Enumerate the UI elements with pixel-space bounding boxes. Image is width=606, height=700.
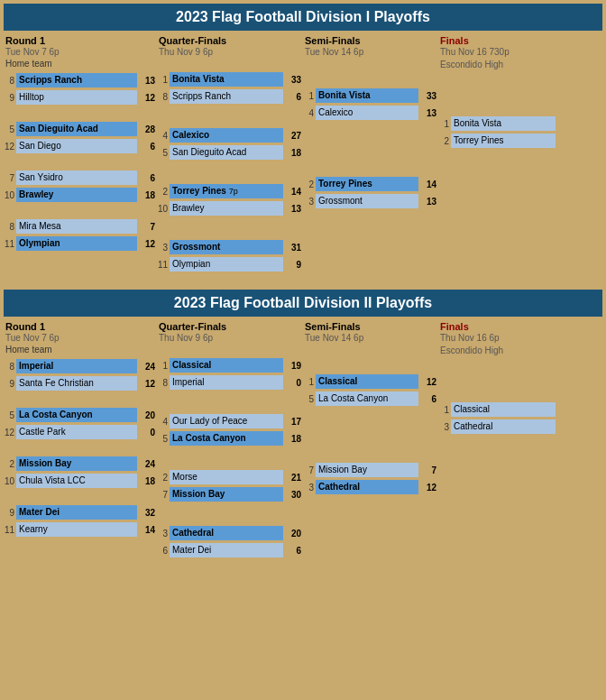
div2-title: 2023 Flag Football Division II Playoffs bbox=[4, 290, 602, 317]
div1-qf-matchup1: 1 Bonita Vista 33 8 Scripps Ranch 6 bbox=[157, 71, 301, 106]
table-row: 10 Chula Vista LCC 18 bbox=[4, 473, 155, 489]
table-row: 12 San Diego 6 bbox=[4, 138, 155, 154]
div2-qf-label: Quarter-Finals bbox=[157, 320, 301, 333]
div1-sf-matchup2: 2 Torrey Pines 14 3 Grossmont 13 bbox=[303, 176, 436, 210]
table-row: 7 Mission Bay 30 bbox=[157, 486, 301, 502]
table-row: 3 Grossmont 13 bbox=[303, 193, 436, 209]
table-row: 2 Torrey Pines 14 bbox=[303, 176, 436, 192]
table-row: 12 Castle Park 0 bbox=[4, 424, 155, 440]
table-row: 10 Brawley 13 bbox=[157, 200, 301, 216]
table-row: 3 Cathedral 20 bbox=[157, 525, 301, 541]
table-row: 4 Calexico 13 bbox=[303, 105, 436, 121]
table-row: 2 Mission Bay 24 bbox=[4, 456, 155, 472]
div1-title: 2023 Flag Football Division I Playoffs bbox=[4, 4, 602, 31]
table-row: 5 San Dieguito Acad 18 bbox=[157, 144, 301, 161]
div2-qf-matchup2: 4 Our Lady of Peace 17 5 La Costa Canyon… bbox=[157, 413, 301, 447]
div2-finals-matchup: 1 Classical 3 Cathedral bbox=[438, 401, 556, 436]
table-row: 10 Brawley 18 bbox=[4, 187, 155, 203]
div1-f-date: Thu Nov 16 730p bbox=[438, 47, 556, 59]
table-row: 11 Olympian 9 bbox=[157, 256, 301, 272]
table-row: 7 Mission Bay 7 bbox=[303, 462, 436, 478]
div1-round1-col: Round 1 Tue Nov 7 6p Home team 8 Scripps… bbox=[4, 34, 155, 258]
table-row: 8 Imperial 0 bbox=[157, 374, 301, 391]
table-row: 1 Classical 19 bbox=[157, 357, 301, 373]
table-row: 9 Mater Dei 32 bbox=[4, 504, 155, 520]
div2-qf-matchup4: 3 Cathedral 20 6 Mater Dei 6 bbox=[157, 525, 301, 559]
table-row: 1 Classical bbox=[438, 401, 556, 418]
div2-f-venue: Escondido High bbox=[438, 345, 556, 356]
table-row: 3 Cathedral bbox=[438, 419, 556, 435]
div1-qf-matchup3: 2 Torrey Pines 7p 14 10 Brawley 13 bbox=[157, 183, 301, 217]
table-row: 1 Bonita Vista 33 bbox=[303, 88, 436, 104]
table-row: 8 Scripps Ranch 6 bbox=[157, 88, 301, 105]
div1-r1-label: Round 1 bbox=[4, 34, 155, 47]
table-row: 1 Bonita Vista bbox=[438, 115, 556, 132]
table-row: 5 San Dieguito Acad 28 bbox=[4, 121, 155, 137]
div1-finals-matchup: 1 Bonita Vista 2 Torrey Pines bbox=[438, 115, 556, 150]
table-row: 2 Morse 21 bbox=[157, 469, 301, 485]
div2-sf-col: Semi-Finals Tue Nov 14 6p 1 Classical 12… bbox=[303, 320, 436, 502]
div1-sf-matchup1: 1 Bonita Vista 33 4 Calexico 13 bbox=[303, 88, 436, 122]
div2-f-label: Finals bbox=[438, 320, 556, 333]
div2-round1-col: Round 1 Tue Nov 7 6p Home team 8 Imperia… bbox=[4, 320, 155, 544]
div2-r1-home: Home team bbox=[4, 345, 155, 358]
div1-qf-date: Thu Nov 9 6p bbox=[157, 47, 301, 59]
div2-r1-matchup1: 8 Imperial 24 9 Santa Fe Christian 12 bbox=[4, 358, 155, 392]
div2-r1-label: Round 1 bbox=[4, 320, 155, 333]
div1-r1-home: Home team bbox=[4, 59, 155, 72]
table-row: 3 Grossmont 31 bbox=[157, 239, 301, 255]
table-row: 11 Kearny 14 bbox=[4, 521, 155, 538]
table-row: 5 La Costa Canyon 18 bbox=[157, 430, 301, 447]
div2-f-date: Thu Nov 16 6p bbox=[438, 333, 556, 345]
table-row: 4 Calexico 27 bbox=[157, 127, 301, 143]
page-container: 2023 Flag Football Division I Playoffs R… bbox=[0, 0, 606, 568]
div1-qf-matchup2: 4 Calexico 27 5 San Dieguito Acad 18 bbox=[157, 127, 301, 161]
table-row: 9 Hilltop 12 bbox=[4, 89, 155, 106]
div1-f-venue: Escondido High bbox=[438, 59, 556, 70]
div2-finals-col: Finals Thu Nov 16 6p Escondido High 1 Cl… bbox=[438, 320, 556, 441]
table-row: 5 La Costa Canyon 20 bbox=[4, 407, 155, 423]
table-row: 8 Imperial 24 bbox=[4, 358, 155, 374]
table-row: 1 Bonita Vista 33 bbox=[157, 71, 301, 88]
table-row: 2 Torrey Pines bbox=[438, 133, 556, 149]
div2-sf-date: Tue Nov 14 6p bbox=[303, 333, 436, 345]
div1-sf-label: Semi-Finals bbox=[303, 34, 436, 47]
div1-sf-col: Semi-Finals Tue Nov 14 6p 1 Bonita Vista… bbox=[303, 34, 436, 216]
div2-qf-col: Quarter-Finals Thu Nov 9 6p 1 Classical … bbox=[157, 320, 301, 565]
div1-r1-matchup4: 8 Mira Mesa 7 11 Olympian 12 bbox=[4, 218, 155, 253]
div2-qf-matchup1: 1 Classical 19 8 Imperial 0 bbox=[157, 357, 301, 391]
table-row: 4 Our Lady of Peace 17 bbox=[157, 413, 301, 429]
div1-r1-matchup1: 8 Scripps Ranch 13 9 Hilltop 12 bbox=[4, 72, 155, 106]
div1-qf-matchup4: 3 Grossmont 31 11 Olympian 9 bbox=[157, 239, 301, 273]
div1-f-label: Finals bbox=[438, 34, 556, 47]
table-row: 8 Scripps Ranch 13 bbox=[4, 72, 155, 88]
div2-sf-matchup2: 7 Mission Bay 7 3 Cathedral 12 bbox=[303, 462, 436, 496]
div2-r1-date: Tue Nov 7 6p bbox=[4, 333, 155, 345]
div1-r1-matchup3: 7 San Ysidro 6 10 Brawley 18 bbox=[4, 170, 155, 204]
div1-r1-matchup2: 5 San Dieguito Acad 28 12 San Diego 6 bbox=[4, 121, 155, 155]
div1-finals-col: Finals Thu Nov 16 730p Escondido High 1 … bbox=[438, 34, 556, 155]
div1-sf-date: Tue Nov 14 6p bbox=[303, 47, 436, 59]
div2-r1-matchup3: 2 Mission Bay 24 10 Chula Vista LCC 18 bbox=[4, 456, 155, 490]
div2-r1-matchup4: 9 Mater Dei 32 11 Kearny 14 bbox=[4, 504, 155, 539]
div2-sf-matchup1: 1 Classical 12 5 La Costa Canyon 6 bbox=[303, 373, 436, 408]
div2-qf-date: Thu Nov 9 6p bbox=[157, 333, 301, 345]
div1-qf-col: Quarter-Finals Thu Nov 9 6p 1 Bonita Vis… bbox=[157, 34, 301, 279]
div1-r1-date: Tue Nov 7 6p bbox=[4, 47, 155, 59]
div2-sf-label: Semi-Finals bbox=[303, 320, 436, 333]
table-row: 8 Mira Mesa 7 bbox=[4, 218, 155, 235]
table-row: 2 Torrey Pines 7p 14 bbox=[157, 183, 301, 199]
table-row: 7 San Ysidro 6 bbox=[4, 170, 155, 186]
table-row: 5 La Costa Canyon 6 bbox=[303, 391, 436, 407]
table-row: 6 Mater Dei 6 bbox=[157, 542, 301, 558]
div2-r1-matchup2: 5 La Costa Canyon 20 12 Castle Park 0 bbox=[4, 407, 155, 441]
div2-section: 2023 Flag Football Division II Playoffs … bbox=[0, 286, 606, 568]
div1-qf-label: Quarter-Finals bbox=[157, 34, 301, 47]
div2-qf-matchup3: 2 Morse 21 7 Mission Bay 30 bbox=[157, 469, 301, 503]
table-row: 1 Classical 12 bbox=[303, 373, 436, 390]
div1-section: 2023 Flag Football Division I Playoffs R… bbox=[0, 0, 606, 282]
table-row: 9 Santa Fe Christian 12 bbox=[4, 375, 155, 391]
table-row: 11 Olympian 12 bbox=[4, 235, 155, 252]
table-row: 3 Cathedral 12 bbox=[303, 479, 436, 495]
